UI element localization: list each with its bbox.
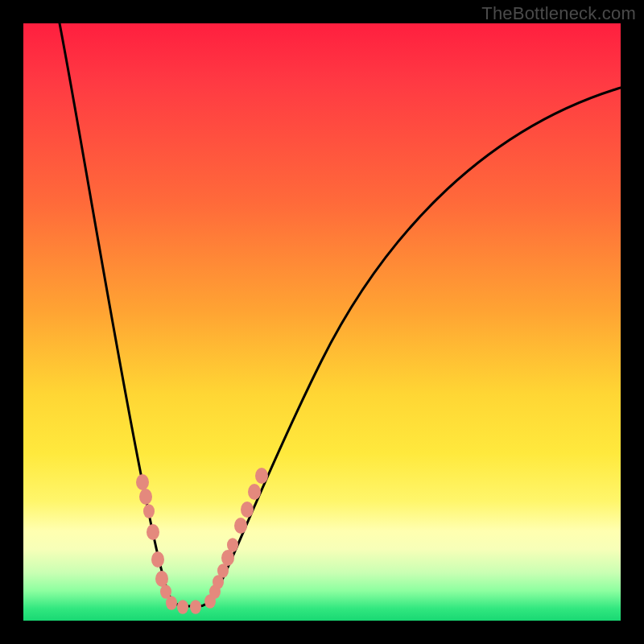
marker-bottom-1 (190, 600, 201, 614)
watermark-text: TheBottleneck.com (481, 3, 636, 24)
marker-right-8 (248, 484, 261, 500)
marker-left-2 (143, 504, 155, 518)
marker-right-5 (227, 538, 238, 552)
marker-left-5 (155, 571, 168, 587)
marker-left-3 (147, 524, 159, 540)
marker-left-4 (151, 551, 164, 568)
plot-area (23, 23, 621, 621)
bottleneck-curve (60, 23, 621, 606)
marker-right-4 (221, 550, 234, 566)
chart-frame: TheBottleneck.com (0, 0, 644, 644)
marker-right-9 (255, 468, 268, 484)
marker-right-6 (234, 518, 247, 534)
marker-left-0 (136, 474, 149, 490)
marker-right-7 (241, 502, 254, 518)
marker-bottom-0 (177, 600, 188, 614)
chart-svg (23, 23, 621, 621)
marker-left-7 (166, 596, 177, 610)
marker-left-1 (139, 489, 152, 505)
